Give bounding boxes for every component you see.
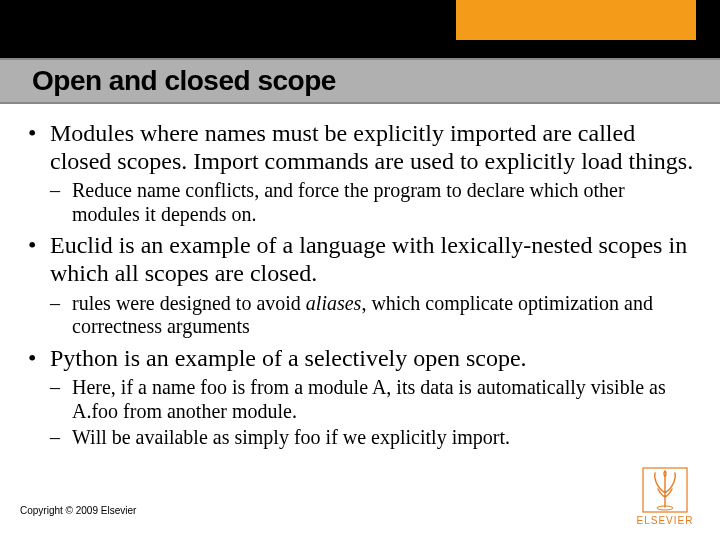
- content-area: Modules where names must be explicitly i…: [26, 120, 694, 455]
- bullet-item: Euclid is an example of a language with …: [26, 232, 694, 338]
- sub-text: Reduce name conflicts, and force the pro…: [72, 179, 625, 225]
- logo-label: ELSEVIER: [632, 515, 698, 526]
- sub-text-prefix: rules were designed to avoid: [72, 292, 306, 314]
- slide-title: Open and closed scope: [32, 65, 336, 97]
- sub-text: Will be available as simply foo if we ex…: [72, 426, 510, 448]
- sub-item: rules were designed to avoid aliases, wh…: [50, 292, 694, 339]
- bullet-text: Euclid is an example of a language with …: [50, 232, 687, 286]
- bullet-text: Modules where names must be explicitly i…: [50, 120, 693, 174]
- sub-item: Reduce name conflicts, and force the pro…: [50, 179, 694, 226]
- elsevier-logo: ELSEVIER: [632, 467, 698, 526]
- bullet-item: Python is an example of a selectively op…: [26, 345, 694, 449]
- title-bar: Open and closed scope: [0, 58, 720, 104]
- sub-list: rules were designed to avoid aliases, wh…: [50, 292, 694, 339]
- bullet-list: Modules where names must be explicitly i…: [26, 120, 694, 449]
- tree-icon: [642, 467, 688, 513]
- sub-text: Here, if a name foo is from a module A, …: [72, 376, 666, 422]
- bullet-item: Modules where names must be explicitly i…: [26, 120, 694, 226]
- sub-item: Will be available as simply foo if we ex…: [50, 426, 694, 450]
- sub-item: Here, if a name foo is from a module A, …: [50, 376, 694, 423]
- sub-text-italic: aliases: [306, 292, 362, 314]
- header-orange-box: [456, 0, 696, 40]
- bullet-text: Python is an example of a selectively op…: [50, 345, 527, 371]
- copyright-text: Copyright © 2009 Elsevier: [20, 505, 136, 516]
- sub-list: Here, if a name foo is from a module A, …: [50, 376, 694, 449]
- sub-list: Reduce name conflicts, and force the pro…: [50, 179, 694, 226]
- slide: Open and closed scope Modules where name…: [0, 0, 720, 540]
